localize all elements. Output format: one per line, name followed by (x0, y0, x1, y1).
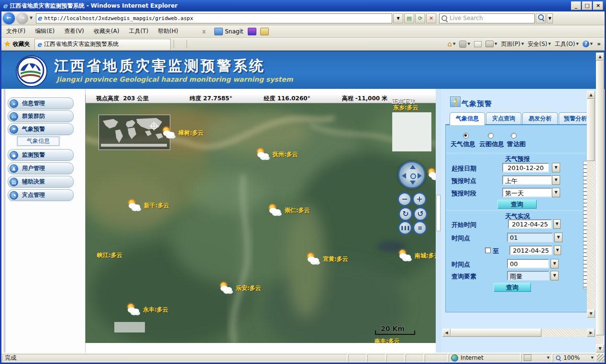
help-menu-button[interactable]: ?▼ (581, 40, 594, 48)
history-dropdown-icon[interactable]: ▼ (28, 14, 34, 22)
sidebar-item-group-prevention[interactable]: ▭群策群防 (8, 110, 74, 122)
radio-label-radar[interactable]: 雷达图 (507, 140, 526, 149)
safety-menu-button[interactable]: 安全(S)▼ (526, 39, 552, 49)
weather-marker-lean[interactable]: 乐安:多云 (220, 282, 261, 294)
menu-tools[interactable]: 工具(T) (124, 26, 153, 37)
search-go-button[interactable] (536, 13, 546, 23)
menu-view[interactable]: 查看(V) (59, 26, 89, 37)
sidebar-item-monitor-warning[interactable]: ◆监测预警 (8, 149, 74, 161)
weather-marker-nancheng[interactable]: 南城:多云 (398, 250, 436, 261)
forecast-time-field[interactable]: 上午 (502, 175, 552, 185)
snagit-edit-icon[interactable] (260, 28, 269, 35)
home-button[interactable]: ⌂▼ (446, 39, 457, 49)
menu-favorites[interactable]: 收藏夹(A) (89, 26, 124, 37)
radio-cloud-image[interactable] (488, 133, 494, 139)
feeds-button[interactable]: ▼ (458, 40, 471, 49)
protected-mode-pane[interactable]: ▼ (521, 354, 552, 362)
live-hour2-dropdown[interactable]: ▼ (551, 259, 559, 268)
pan-right-icon[interactable] (418, 173, 422, 179)
menu-help[interactable]: 帮助(H) (153, 26, 183, 37)
tab-hazard-query[interactable]: 灾点查询 (486, 112, 521, 124)
query-element-dropdown[interactable]: ▼ (551, 271, 559, 280)
forward-button[interactable]: → (16, 12, 28, 24)
print-button[interactable]: ▼ (484, 40, 498, 48)
read-mail-button[interactable] (473, 40, 483, 48)
panel-scroll-down-button[interactable]: ▼ (587, 310, 595, 318)
sidebar-item-info-management[interactable]: »信息管理 (8, 97, 74, 109)
address-input[interactable]: e http://localhost/Jxdzwebgis_mapgis/gri… (36, 13, 392, 23)
tilt-button[interactable]: ❚❚❚ (398, 221, 412, 235)
weather-marker-edge[interactable]: 多云 (428, 169, 436, 180)
sidebar-item-user-management[interactable]: ♟用户管理 (8, 162, 74, 174)
snagit-icon[interactable] (214, 28, 223, 35)
live-start-field[interactable]: 2012-04-25 (508, 219, 552, 229)
favorites-label[interactable]: 收藏夹 (12, 40, 30, 48)
page-tab[interactable]: e 江西省地质灾害监测预警系统 (34, 39, 171, 50)
live-start-dropdown[interactable]: ▼ (553, 219, 561, 229)
live-hour2-field[interactable]: 00 (507, 259, 549, 268)
panel-hscroll-right-button[interactable]: ▶ (587, 329, 595, 337)
pan-down-icon[interactable] (410, 181, 416, 185)
sidebar-item-hazard-management[interactable]: ◔灾点管理 (8, 189, 74, 201)
panel-scroll-thumb[interactable] (587, 99, 595, 161)
layers-button[interactable]: ≡ (413, 221, 427, 235)
tab-weather-info[interactable]: 气象信息 (450, 112, 485, 125)
resize-grip[interactable] (597, 354, 605, 362)
end-time-field[interactable]: 2012-04-25 (509, 246, 552, 255)
forecast-time-dropdown[interactable]: ▼ (552, 175, 560, 185)
zoom-control[interactable]: 100% ▼ (553, 354, 596, 362)
radio-label-cloud[interactable]: 云图信息 (479, 140, 504, 149)
weather-label-dongxiang[interactable]: 东乡:多云 (393, 104, 419, 112)
snagit-capture-icon[interactable] (248, 28, 256, 35)
pan-left-icon[interactable] (402, 173, 406, 179)
weather-marker-zhangshu[interactable]: 樟树:多云 (162, 127, 204, 139)
sidebar-item-weather-warning[interactable]: ☂气象预警 (8, 123, 74, 135)
pan-up-icon[interactable] (410, 165, 416, 169)
end-time-checkbox[interactable] (485, 247, 491, 253)
page-menu-button[interactable]: 页面(P)▼ (499, 39, 525, 49)
live-query-button[interactable]: 查询 (494, 283, 531, 292)
stop-button[interactable]: ✕ (426, 13, 436, 23)
panel-hscroll-thumb[interactable] (451, 329, 541, 337)
radio-radar-image[interactable] (511, 133, 517, 139)
pan-control[interactable] (398, 161, 426, 189)
rotate-ccw-button[interactable]: ↺ (413, 207, 428, 221)
rotate-cw-button[interactable]: ↻ (398, 207, 413, 221)
toolbar-overflow-chevron[interactable]: » (597, 41, 601, 47)
overview-map[interactable] (99, 115, 170, 150)
weather-marker-fuzhou[interactable]: 抚州:多云 (256, 149, 298, 160)
weather-label-nanfeng[interactable]: 南丰:多云 (375, 337, 400, 343)
tools-menu-button[interactable]: 工具(O)▼ (553, 39, 580, 49)
weather-marker-chongren[interactable]: 崇仁:多云 (268, 204, 310, 216)
zoom-out-button[interactable]: − (397, 192, 412, 206)
weather-marker-yongfeng[interactable]: 永丰:多云 (127, 304, 168, 315)
pan-center-icon[interactable] (410, 173, 416, 179)
menu-edit[interactable]: 编辑(E) (30, 26, 59, 37)
query-element-field[interactable]: 雨量 (507, 271, 549, 280)
map-canvas[interactable]: 正在下载 东乡:多云 樟树:多云 抚州:多云 新干:多云 崇仁:多云 峡江:多云… (86, 103, 436, 343)
maximize-button[interactable]: □ (582, 1, 592, 10)
zoom-in-button[interactable]: + (412, 192, 427, 206)
weather-marker-xingan[interactable]: 新干:多云 (128, 200, 169, 211)
window-scroll-thumb[interactable] (596, 61, 604, 335)
compatibility-view-button[interactable]: ▤ (404, 13, 414, 23)
snagit-label[interactable]: Snagit (225, 28, 243, 35)
close-button[interactable]: × (593, 1, 603, 10)
tab-susceptibility-analysis[interactable]: 易发分析 (522, 112, 558, 124)
search-options-dropdown[interactable]: ▼ (547, 13, 553, 23)
end-time-dropdown[interactable]: ▼ (554, 246, 561, 255)
sidebar-item-decision-support[interactable]: ▤辅助决策 (8, 176, 74, 188)
radio-weather-info[interactable] (463, 133, 469, 139)
refresh-button[interactable]: ⟳ (415, 13, 425, 23)
forecast-date-dropdown[interactable]: ▼ (552, 163, 560, 172)
search-input[interactable]: Live Search (439, 13, 535, 23)
window-scroll-down-button[interactable]: ▼ (596, 344, 604, 353)
forecast-query-button[interactable]: 查询 (497, 200, 537, 209)
forecast-period-field[interactable]: 第一天 (502, 188, 552, 197)
address-dropdown-button[interactable]: ▼ (393, 13, 403, 23)
panel-hscroll-left-button[interactable]: ◀ (442, 329, 451, 337)
menu-file[interactable]: 文件(F) (1, 26, 30, 37)
snagit-toolbar-close[interactable]: x (202, 28, 206, 35)
minimize-button[interactable]: _ (571, 1, 581, 10)
live-hour-field[interactable]: 01 (507, 233, 553, 242)
